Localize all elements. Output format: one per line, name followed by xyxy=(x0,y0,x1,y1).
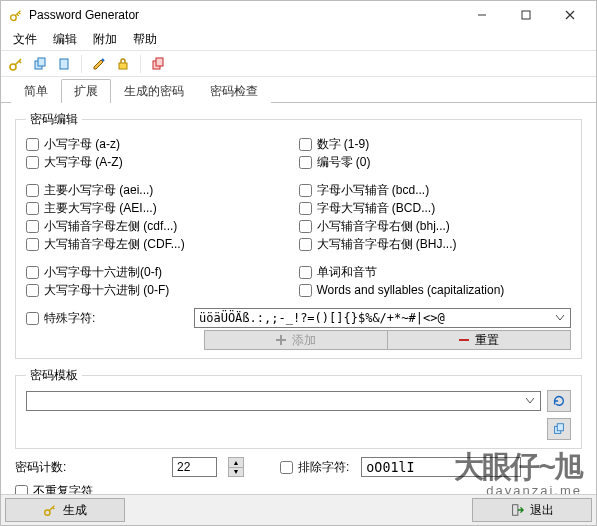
tab-simple[interactable]: 简单 xyxy=(11,79,61,103)
tab-generated[interactable]: 生成的密码 xyxy=(111,79,197,103)
check-lower-cons-right[interactable]: 小写辅音字母右侧 (bhj...) xyxy=(299,218,572,234)
menu-help[interactable]: 帮助 xyxy=(125,29,165,50)
bottom-bar: 生成 退出 xyxy=(1,494,596,525)
separator xyxy=(140,55,141,73)
svg-rect-12 xyxy=(513,505,518,516)
refresh-template-button[interactable] xyxy=(547,390,571,412)
check-lower-cons-left[interactable]: 小写辅音字母左侧 (cdf...) xyxy=(26,218,299,234)
lock-icon[interactable] xyxy=(114,55,132,73)
group-template-legend: 密码模板 xyxy=(26,367,82,384)
title-bar: Password Generator xyxy=(1,1,596,29)
tab-check[interactable]: 密码检查 xyxy=(197,79,271,103)
check-words-cap[interactable]: Words and syllables (capitalization) xyxy=(299,282,572,298)
svg-rect-6 xyxy=(119,63,127,69)
svg-rect-8 xyxy=(156,58,163,66)
check-lowercase[interactable]: 小写字母 (a-z) xyxy=(26,136,299,152)
check-main-lower-vowel[interactable]: 主要小写字母 (aei...) xyxy=(26,182,299,198)
tab-panel-extended: 密码编辑 小写字母 (a-z) 大写字母 (A-Z) 数字 (1-9) 编号零 … xyxy=(1,103,596,526)
separator xyxy=(81,55,82,73)
tab-strip: 简单 扩展 生成的密码 密码检查 xyxy=(1,79,596,103)
check-uppercase[interactable]: 大写字母 (A-Z) xyxy=(26,154,299,170)
special-chars-value: üöäÜÖÄß.:,;-_!?=()[]{}$%&/+*~#|<>@ xyxy=(199,311,445,325)
check-words[interactable]: 单词和音节 xyxy=(299,264,572,280)
svg-rect-10 xyxy=(557,424,563,431)
plus-icon xyxy=(276,335,286,345)
menu-extra[interactable]: 附加 xyxy=(85,29,125,50)
check-main-upper-vowel[interactable]: 主要大写字母 (AEI...) xyxy=(26,200,299,216)
chevron-down-icon xyxy=(552,310,568,326)
group-password-edit-legend: 密码编辑 xyxy=(26,111,82,128)
check-upper-cons-left[interactable]: 大写辅音字母左侧 (CDF...) xyxy=(26,236,299,252)
group-password-edit: 密码编辑 小写字母 (a-z) 大写字母 (A-Z) 数字 (1-9) 编号零 … xyxy=(15,111,582,359)
check-zero[interactable]: 编号零 (0) xyxy=(299,154,572,170)
menu-edit[interactable]: 编辑 xyxy=(45,29,85,50)
copy-single-icon[interactable] xyxy=(55,55,73,73)
close-button[interactable] xyxy=(548,1,592,29)
maximize-button[interactable] xyxy=(504,1,548,29)
check-upper-cons-aux[interactable]: 字母大写辅音 (BCD...) xyxy=(299,200,572,216)
spinner-down[interactable]: ▼ xyxy=(229,468,243,477)
app-key-icon xyxy=(9,8,23,22)
group-template: 密码模板 xyxy=(15,367,582,449)
svg-rect-5 xyxy=(60,59,68,69)
menu-file[interactable]: 文件 xyxy=(5,29,45,50)
check-lower-cons-aux[interactable]: 字母小写辅音 (bcd...) xyxy=(299,182,572,198)
generate-button[interactable]: 生成 xyxy=(5,498,125,522)
check-exclude[interactable]: 排除字符: xyxy=(280,459,349,475)
svg-rect-1 xyxy=(522,11,530,19)
count-spinner[interactable]: ▲ ▼ xyxy=(228,457,244,477)
count-label: 密码计数: xyxy=(15,459,160,476)
spinner-up[interactable]: ▲ xyxy=(229,458,243,468)
check-upper-cons-right[interactable]: 大写辅音字母右侧 (BHJ...) xyxy=(299,236,572,252)
window-title: Password Generator xyxy=(29,8,460,22)
check-digits[interactable]: 数字 (1-9) xyxy=(299,136,572,152)
special-chars-combo[interactable]: üöäÜÖÄß.:,;-_!?=()[]{}$%&/+*~#|<>@ xyxy=(194,308,571,328)
menu-bar: 文件 编辑 附加 帮助 xyxy=(1,29,596,51)
exit-button[interactable]: 退出 xyxy=(472,498,592,522)
copy-red-icon[interactable] xyxy=(149,55,167,73)
copy-template-button[interactable] xyxy=(547,418,571,440)
check-special[interactable]: 特殊字符: xyxy=(26,310,186,326)
pencil-icon[interactable] xyxy=(90,55,108,73)
template-combo[interactable] xyxy=(26,391,541,411)
password-count-input[interactable] xyxy=(172,457,217,477)
tab-extended[interactable]: 扩展 xyxy=(61,79,111,103)
toolbar xyxy=(1,51,596,77)
check-upper-hex[interactable]: 大写字母十六进制 (0-F) xyxy=(26,282,299,298)
svg-rect-4 xyxy=(38,58,45,66)
exclude-chars-input[interactable] xyxy=(361,457,521,477)
check-lower-hex[interactable]: 小写字母十六进制(0-f) xyxy=(26,264,299,280)
copy-multi-icon[interactable] xyxy=(31,55,49,73)
minimize-button[interactable] xyxy=(460,1,504,29)
reset-button[interactable]: 重置 xyxy=(388,330,571,350)
minus-icon xyxy=(459,339,469,341)
chevron-down-icon xyxy=(522,393,538,409)
key-icon[interactable] xyxy=(7,55,25,73)
add-button[interactable]: 添加 xyxy=(204,330,388,350)
